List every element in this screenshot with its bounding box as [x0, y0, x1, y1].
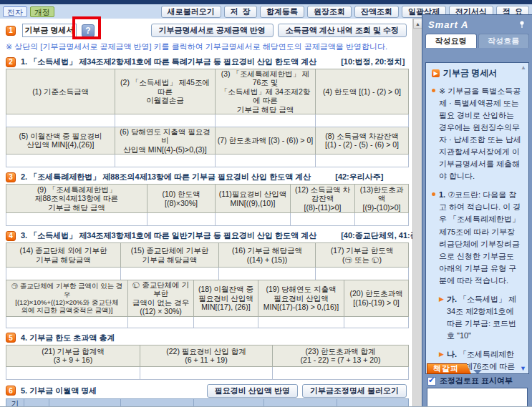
smart-a-help-panel: Smart A 작성요령 작성흐름 ▲ ▶ 기부금 명세서 ※ 기부금을 특별소… — [422, 14, 532, 407]
help-doc-title: 기부금 명세서 — [443, 67, 497, 79]
table-header-cell: (3) 「조세특례제한법」 제76조 및 「소득세법」제 34조제2항에 따른 … — [216, 69, 316, 114]
section3-title: 3. 「소득세법」 제34조제3항제1호에 따른 일반기부금 등 필요경비 산입… — [21, 230, 316, 241]
annotation-highlight — [72, 16, 101, 39]
amount-cell[interactable] — [121, 268, 219, 280]
section5-title: 5. 기부금 이월액 명세 — [21, 386, 97, 396]
amount-cell[interactable] — [6, 268, 121, 280]
tab-writing-guide[interactable]: 작성요령 — [425, 34, 477, 48]
adjustment-review-toggle[interactable]: 조정검토표 표시여부 — [427, 376, 513, 386]
donation-statement-window: 전자 개정 새로불러오기 저 장 합계등록 원장조회 잔액조회 일괄삭제 전기서… — [0, 0, 532, 407]
amount-cell[interactable] — [128, 316, 194, 328]
reload-button[interactable]: 새로불러오기 — [161, 6, 221, 18]
main-scrollbar[interactable]: ▲ — [412, 19, 422, 407]
amount-cell[interactable] — [316, 114, 409, 127]
carryover-detail-table: 기부 연도 코드 (24)기부금액 (25)전년까지 공제된 금액 (26)공제… — [6, 398, 409, 407]
amount-cell[interactable] — [216, 213, 291, 226]
section4-title: 4. 기부금 한도 초과액 총계 — [21, 333, 115, 343]
table-header-cell: (8) 소득금액 차감잔액 [(1) - (2) - (5) - (6) > 0… — [316, 127, 409, 154]
ledger-lookup-button[interactable]: 원장조회 — [307, 6, 352, 18]
general-donation-table-top: (14) 종교단체 외에 기부한 기부금 해당금액 (15) 종교단체에 기부한… — [6, 242, 409, 280]
table-header-cell: (4) 한도액 [(1) - (2) > 0] — [316, 69, 409, 114]
section-badge-5: 5 — [6, 333, 16, 343]
amount-cell[interactable] — [355, 213, 409, 226]
code-item-label: 가. — [447, 295, 457, 303]
help-note: 1. ⑦코드란: 다음을 참고 하여 적습니다. 이 경우 「조세특례제한법」 … — [432, 189, 521, 286]
form-selector-combobox[interactable]: 기부금 명세서 — [22, 24, 77, 37]
section-badge-4: 4 — [6, 231, 16, 241]
table-header-cell: (20) 한도초과액 [(16)-(19) > 0] — [344, 280, 409, 317]
table-header-cell: (24)기부금액 — [49, 398, 121, 407]
apply-expense-button[interactable]: 필요경비 산입액 반영 — [207, 384, 298, 398]
bookmark-list-box[interactable] — [427, 388, 528, 407]
amount-cell[interactable] — [6, 316, 128, 328]
table-header-cell: (13)한도초과액 [(9)-(10)>0] — [355, 185, 409, 213]
tag-electronic[interactable]: 전자 — [3, 6, 27, 17]
amount-cell[interactable] — [6, 155, 115, 167]
table-header-cell: 코드 — [24, 398, 49, 407]
amount-cell[interactable] — [216, 114, 316, 127]
table-header-cell: (26)공제대상 금액 ( (24) - (25) ) — [194, 398, 264, 407]
table-header-cell: (25)전년까지 공제된 금액 — [121, 398, 194, 407]
table-header-cell: (9) 「조세특례제한법」 제88조의4제13항에 따른 기부금 해당 금액 — [6, 185, 147, 213]
table-header-cell: ㉡ 종교단체에 기부한 금액이 없는 경우 ((12) × 30%) — [128, 280, 194, 317]
income-calc-view-button[interactable]: 소득금액 계산 내역 조회 및 수정 — [278, 24, 407, 37]
table-header-cell: (18) 이월잔액 중 필요경비 산입액 MIN[(17), (26)] — [194, 280, 258, 317]
arrow-icon: ▶ — [439, 295, 444, 342]
amount-cell[interactable] — [147, 213, 216, 226]
special-donation-table: (1) 기준소득금액 (2) 「소득세법」 제45조에 따른 이월결손금 (3)… — [6, 69, 409, 167]
section1-code-hint: [10:법정, 20:정치] — [341, 57, 405, 67]
content-scroll-down-icon[interactable]: ▼ — [520, 365, 526, 372]
amount-cell[interactable] — [140, 366, 273, 379]
table-header-cell: (17) 기부금 한도액 (㉠ 또는 ㉡) — [316, 243, 409, 268]
form-header-row: 1 기부금 명세서 ? 기부금명세서로 공제금액 반영 소득금액 계산 내역 조… — [6, 22, 407, 39]
amount-cell[interactable] — [6, 366, 140, 379]
apply-deduction-button[interactable]: 기부금명세서로 공제금액 반영 — [151, 24, 274, 37]
tag-revision[interactable]: 개정 — [30, 6, 54, 17]
table-header-cell: (16) 기부금 해당금액 ((14) + (15)) — [219, 243, 316, 268]
table-header-cell: (12) 소득금액 차감잔액 [(8)-(11)>0] — [291, 185, 355, 213]
esop-donation-table: (9) 「조세특례제한법」 제88조의4제13항에 따른 기부금 해당 금액 (… — [6, 184, 409, 226]
amount-cell[interactable] — [219, 268, 316, 280]
section-badge-1: 1 — [6, 26, 16, 36]
section-badge-3: 3 — [6, 172, 16, 182]
amount-cell[interactable] — [6, 114, 115, 127]
help-note-label: 1. — [439, 190, 445, 199]
amount-cell[interactable] — [344, 316, 409, 328]
table-header-cell: (27) 해당 과세기간 필요경비 산입액 — [264, 398, 337, 407]
help-note: ※ 기부금을 특별소득공제 · 특별세액공제 또는 필요 경비로 산입하는 경우… — [432, 85, 521, 182]
amount-cell[interactable] — [273, 366, 409, 379]
table-header-cell: (28) 다음 과세기간 이월액 ((26)-(27)) — [337, 398, 409, 407]
help-panel-tabs: 작성요령 작성흐름 — [422, 34, 532, 48]
load-adjustment-button[interactable]: 기부금조정명세 불러오기 — [302, 384, 407, 398]
checkbox-checked-icon[interactable] — [427, 377, 436, 386]
content-scroll-up-icon[interactable]: ▲ — [521, 64, 526, 71]
amount-cell[interactable] — [216, 155, 316, 167]
table-header-cell: (11)필요경비 산입액 MIN[((9),(10)] — [216, 185, 291, 213]
amount-cell[interactable] — [316, 268, 409, 280]
balance-lookup-button[interactable]: 잔액조회 — [354, 6, 399, 18]
bullet-icon — [432, 89, 435, 92]
help-doc-title-row: ▶ 기부금 명세서 — [432, 67, 521, 79]
help-panel-title: Smart A — [428, 19, 468, 30]
amount-cell[interactable] — [316, 155, 409, 167]
amount-cell[interactable] — [258, 316, 344, 328]
help-note-text: ⑦코드란: 다음을 참고 하여 적습니다. 이 경우 「조세특례제한법」 제75… — [439, 190, 521, 284]
tab-writing-flow[interactable]: 작성흐름 — [478, 34, 530, 48]
section1-title: 1. 「소득세법」 제34조제2항제1호에 따른 특례기부금 등 필요경비 산입… — [21, 57, 316, 67]
help-panel-header: Smart A — [422, 15, 532, 34]
form-main-area: 1 기부금 명세서 ? 기부금명세서로 공제금액 반영 소득금액 계산 내역 조… — [0, 19, 412, 407]
save-button[interactable]: 저 장 — [224, 6, 257, 18]
amount-cell[interactable] — [194, 316, 258, 328]
amount-cell[interactable] — [6, 213, 147, 226]
pin-icon[interactable] — [518, 20, 526, 29]
amount-cell[interactable] — [115, 114, 216, 127]
amount-cell[interactable] — [115, 155, 216, 167]
help-content: ▲ ▶ 기부금 명세서 ※ 기부금을 특별소득공제 · 특별세액공제 또는 필요… — [425, 62, 529, 374]
total-register-button[interactable]: 합계등록 — [260, 6, 304, 18]
section4-title-row: 5 4. 기부금 한도 초과액 총계 — [6, 333, 407, 343]
limit-excess-total-table: (21) 기부금 합계액 (3 + 9 + 16) (22) 필요경비 산입 합… — [6, 345, 409, 380]
amount-cell[interactable] — [291, 213, 355, 226]
table-header-cell: (6) 당해연도 지출액 필요경비 산입액 MIN[(4)-(5)>0,(3)] — [115, 127, 216, 154]
help-note-text: ※ 기부금을 특별소득공제 · 특별세액공제 또는 필요 경비로 산입하는 경우… — [439, 87, 521, 180]
checkbox-label: 조정검토표 표시여부 — [440, 376, 513, 386]
